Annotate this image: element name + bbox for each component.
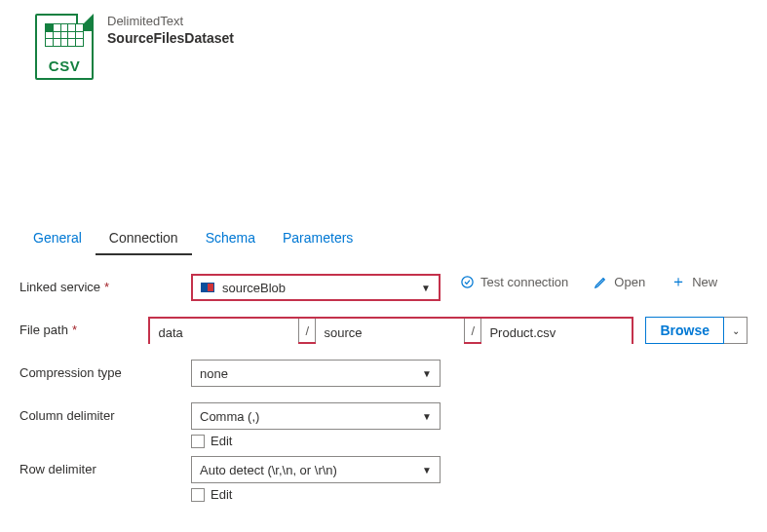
file-path-input-group: data / source / Product.csv	[148, 317, 633, 344]
compression-type-select[interactable]: none ▼	[191, 360, 441, 387]
new-button[interactable]: ＋ New	[671, 274, 717, 289]
compression-type-label: Compression type	[19, 360, 191, 380]
svg-point-0	[462, 276, 473, 286]
path-separator: /	[298, 319, 316, 342]
plus-icon: ＋	[671, 274, 686, 289]
file-path-file-input[interactable]: Product.csv	[481, 319, 632, 346]
browse-button[interactable]: Browse	[645, 317, 724, 344]
chevron-down-icon: ▼	[422, 411, 432, 422]
file-path-directory-input[interactable]: source	[316, 319, 464, 346]
tab-parameters[interactable]: Parameters	[269, 224, 366, 255]
test-connection-icon	[460, 275, 475, 289]
chevron-down-icon: ▼	[422, 465, 432, 475]
row-delimiter-label: Row delimiter	[19, 456, 191, 476]
chevron-down-icon: ⌄	[732, 325, 740, 336]
compression-type-value: none	[200, 366, 228, 381]
required-asterisk: *	[72, 323, 77, 337]
csv-icon-label: CSV	[37, 57, 92, 74]
connection-form: Linked service * sourceBlob ▼ Test conne…	[0, 274, 767, 502]
column-delimiter-select[interactable]: Comma (,) ▼	[191, 402, 441, 430]
linked-service-select[interactable]: sourceBlob ▼	[191, 274, 441, 301]
tabs: General Connection Schema Parameters	[19, 224, 767, 256]
linked-service-value: sourceBlob	[222, 281, 286, 295]
file-path-label: File path *	[19, 317, 148, 337]
row-delimiter-select[interactable]: Auto detect (\r,\n, or \r\n) ▼	[191, 456, 441, 483]
storage-icon	[201, 283, 214, 292]
dataset-type: DelimitedText	[107, 14, 234, 28]
dataset-name: SourceFilesDataset	[107, 30, 234, 46]
tab-connection[interactable]: Connection	[96, 224, 192, 255]
tab-schema[interactable]: Schema	[192, 224, 269, 255]
file-path-container-input[interactable]: data	[150, 319, 298, 346]
csv-file-icon: CSV	[35, 14, 94, 80]
open-button[interactable]: Open	[594, 275, 645, 289]
path-separator: /	[464, 319, 481, 342]
row-delimiter-edit-checkbox[interactable]: Edit	[191, 487, 441, 502]
chevron-down-icon: ▼	[422, 368, 432, 379]
test-connection-button[interactable]: Test connection	[460, 275, 568, 289]
browse-dropdown-button[interactable]: ⌄	[724, 317, 748, 344]
row-delimiter-value: Auto detect (\r,\n, or \r\n)	[200, 463, 337, 477]
tab-general[interactable]: General	[19, 224, 96, 255]
dataset-header: CSV DelimitedText SourceFilesDataset	[0, 0, 767, 80]
column-delimiter-edit-checkbox[interactable]: Edit	[191, 434, 441, 448]
column-delimiter-value: Comma (,)	[200, 409, 259, 424]
checkbox-icon	[191, 435, 205, 448]
required-asterisk: *	[104, 280, 109, 294]
column-delimiter-label: Column delimiter	[19, 402, 191, 423]
chevron-down-icon: ▼	[421, 283, 431, 293]
checkbox-icon	[191, 488, 205, 502]
linked-service-label: Linked service *	[19, 274, 191, 294]
pencil-icon	[594, 275, 608, 289]
